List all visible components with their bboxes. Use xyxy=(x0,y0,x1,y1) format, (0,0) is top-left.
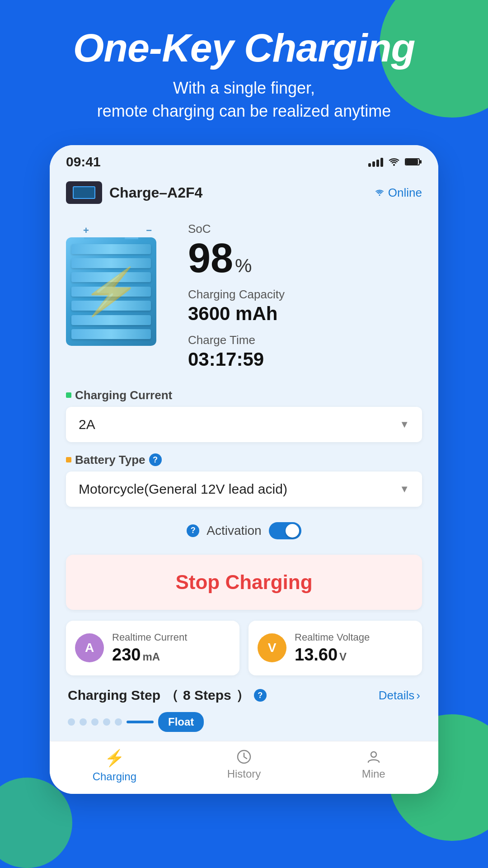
charge-time-value: 03:17:59 xyxy=(188,349,422,370)
status-bar: 09:41 xyxy=(50,145,438,174)
charging-step-help-icon[interactable]: ? xyxy=(254,689,267,702)
nav-charging[interactable]: ⚡ Charging xyxy=(50,749,179,783)
battery-type-value: Motorcycle(General 12V lead acid) xyxy=(79,481,287,497)
hero-title: One-Key Charging xyxy=(73,27,415,69)
realtime-row: A Realtime Current 230 mA V xyxy=(66,621,422,675)
signal-bar-2 xyxy=(372,161,375,167)
online-badge: Online xyxy=(375,186,422,200)
battery-stack: + − xyxy=(66,237,165,355)
float-badge: Float xyxy=(158,712,204,732)
soc-section: SoC 98% xyxy=(188,222,422,278)
realtime-current-card: A Realtime Current 230 mA xyxy=(66,621,239,675)
hero-subtitle: With a single finger,remote charging can… xyxy=(97,77,391,123)
mine-nav-label: Mine xyxy=(362,768,385,780)
signal-bars-icon xyxy=(368,157,383,167)
signal-bar-3 xyxy=(376,160,379,167)
device-left: Charge–A2F4 xyxy=(66,181,202,204)
current-label: Realtime Current xyxy=(112,632,187,643)
current-dot xyxy=(66,392,71,398)
type-dot xyxy=(66,457,71,462)
voltage-value: 13.60 V xyxy=(295,645,370,665)
status-time: 09:41 xyxy=(66,154,101,170)
current-info: Realtime Current 230 mA xyxy=(112,632,187,665)
activation-help-icon[interactable]: ? xyxy=(187,524,199,537)
charging-current-section: Charging Current 2A ▼ xyxy=(66,388,422,442)
capacity-section: Charging Capacity 3600 mAh xyxy=(188,288,422,324)
battery-visual: + − xyxy=(66,237,174,364)
main-content: + − xyxy=(50,208,438,741)
device-name: Charge–A2F4 xyxy=(109,184,202,201)
svg-point-7 xyxy=(371,752,376,757)
device-icon xyxy=(66,181,102,204)
capacity-label: Charging Capacity xyxy=(188,288,422,302)
battery-status-icon xyxy=(405,157,422,167)
history-nav-label: History xyxy=(227,768,261,780)
lightning-icon: ⚡ xyxy=(78,265,144,318)
charging-nav-label: Charging xyxy=(93,770,136,783)
wifi-icon xyxy=(388,157,400,167)
step-dot-2 xyxy=(80,718,87,726)
svg-point-0 xyxy=(393,164,395,166)
bottom-nav: ⚡ Charging History Mine xyxy=(50,741,438,794)
charging-nav-icon: ⚡ xyxy=(104,749,125,768)
voltage-label: Realtime Voltage xyxy=(295,632,370,643)
battery-plus-label: + xyxy=(83,225,89,236)
chevron-down-icon: ▼ xyxy=(399,419,409,430)
signal-bar-4 xyxy=(380,158,383,167)
online-wifi-icon xyxy=(375,189,385,197)
nav-history[interactable]: History xyxy=(179,749,309,783)
soc-value: 98% xyxy=(188,238,422,278)
battery-type-label: Battery Type ? xyxy=(66,453,422,467)
battery-type-help-icon[interactable]: ? xyxy=(149,453,162,466)
phone-card: 09:41 xyxy=(50,145,438,793)
step-dot-5 xyxy=(115,718,122,726)
soc-label: SoC xyxy=(188,222,422,236)
step-dot-3 xyxy=(91,718,99,726)
device-screen xyxy=(73,186,95,199)
nav-mine[interactable]: Mine xyxy=(309,749,438,783)
online-label: Online xyxy=(388,186,422,200)
mine-nav-icon xyxy=(366,749,382,765)
svg-rect-2 xyxy=(420,160,422,164)
charging-current-label: Charging Current xyxy=(66,388,422,402)
charge-time-label: Charge Time xyxy=(188,333,422,347)
charge-time-section: Charge Time 03:17:59 xyxy=(188,333,422,370)
history-nav-icon xyxy=(236,749,252,765)
stop-charging-button[interactable]: Stop Charging xyxy=(66,555,422,610)
device-header: Charge–A2F4 Online xyxy=(50,174,438,208)
battery-type-section: Battery Type ? Motorcycle(General 12V le… xyxy=(66,453,422,507)
step-dots: Float xyxy=(66,712,422,732)
voltage-icon-circle: V xyxy=(258,633,286,662)
current-value: 230 mA xyxy=(112,645,187,665)
charging-current-dropdown[interactable]: 2A ▼ xyxy=(66,407,422,442)
battery-stats-row: + − xyxy=(66,213,422,388)
voltage-info: Realtime Voltage 13.60 V xyxy=(295,632,370,665)
toggle-knob xyxy=(286,524,299,538)
charging-step-title: Charging Step （ 8 Steps ） ? xyxy=(68,686,267,705)
details-link[interactable]: Details › xyxy=(379,689,420,703)
realtime-voltage-card: V Realtime Voltage 13.60 V xyxy=(249,621,422,675)
battery-body: ⚡ xyxy=(66,237,156,346)
step-active-line xyxy=(127,721,154,723)
activation-row: ? Activation xyxy=(66,518,422,544)
charging-step-header: Charging Step （ 8 Steps ） ? Details › xyxy=(66,686,422,705)
battery-minus-label: − xyxy=(146,225,152,236)
svg-point-5 xyxy=(379,194,380,196)
status-icons xyxy=(368,157,422,167)
signal-bar-1 xyxy=(368,163,371,167)
chevron-down-icon-2: ▼ xyxy=(399,483,409,495)
battery-type-dropdown[interactable]: Motorcycle(General 12V lead acid) ▼ xyxy=(66,472,422,507)
activation-toggle[interactable] xyxy=(269,522,301,539)
current-icon-circle: A xyxy=(75,633,104,662)
stats-panel: SoC 98% Charging Capacity 3600 mAh Charg… xyxy=(188,222,422,379)
step-dot-4 xyxy=(103,718,110,726)
activation-label: Activation xyxy=(206,524,261,538)
charging-current-value: 2A xyxy=(79,417,95,432)
battery-layer-1 xyxy=(71,244,151,254)
svg-rect-4 xyxy=(406,159,418,165)
battery-layer-7 xyxy=(71,329,151,339)
step-dot-1 xyxy=(68,718,75,726)
capacity-value: 3600 mAh xyxy=(188,303,422,324)
